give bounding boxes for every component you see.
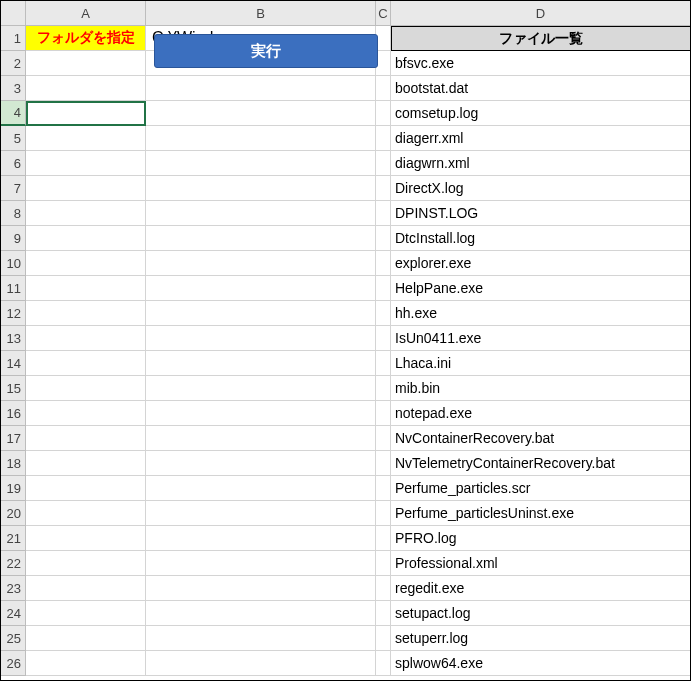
cell-C2[interactable] [376,51,391,76]
row-header-26[interactable]: 26 [1,651,26,676]
cell-A14[interactable] [26,351,146,376]
cell-D5[interactable]: diagerr.xml [391,126,691,151]
cell-D17[interactable]: NvContainerRecovery.bat [391,426,691,451]
cell-C19[interactable] [376,476,391,501]
row-header-11[interactable]: 11 [1,276,26,301]
cell-A1[interactable]: フォルダを指定 [26,26,146,51]
cell-A23[interactable] [26,576,146,601]
cell-C14[interactable] [376,351,391,376]
cell-A10[interactable] [26,251,146,276]
cell-B6[interactable] [146,151,376,176]
cell-C23[interactable] [376,576,391,601]
cell-A26[interactable] [26,651,146,676]
cell-B25[interactable] [146,626,376,651]
cell-C24[interactable] [376,601,391,626]
row-header-16[interactable]: 16 [1,401,26,426]
cell-D21[interactable]: PFRO.log [391,526,691,551]
cell-B14[interactable] [146,351,376,376]
cell-D14[interactable]: Lhaca.ini [391,351,691,376]
cell-B22[interactable] [146,551,376,576]
cell-C22[interactable] [376,551,391,576]
cell-A17[interactable] [26,426,146,451]
cell-C26[interactable] [376,651,391,676]
cell-D19[interactable]: Perfume_particles.scr [391,476,691,501]
cell-B11[interactable] [146,276,376,301]
cell-C10[interactable] [376,251,391,276]
row-header-13[interactable]: 13 [1,326,26,351]
cell-C17[interactable] [376,426,391,451]
cell-D1[interactable]: ファイル一覧 [391,26,691,51]
row-header-21[interactable]: 21 [1,526,26,551]
row-header-14[interactable]: 14 [1,351,26,376]
row-header-2[interactable]: 2 [1,51,26,76]
cell-A21[interactable] [26,526,146,551]
cell-C6[interactable] [376,151,391,176]
cell-D7[interactable]: DirectX.log [391,176,691,201]
cell-C11[interactable] [376,276,391,301]
cell-D20[interactable]: Perfume_particlesUninst.exe [391,501,691,526]
cell-B7[interactable] [146,176,376,201]
cell-D10[interactable]: explorer.exe [391,251,691,276]
row-header-15[interactable]: 15 [1,376,26,401]
cell-B15[interactable] [146,376,376,401]
cell-B17[interactable] [146,426,376,451]
cell-C13[interactable] [376,326,391,351]
cell-D2[interactable]: bfsvc.exe [391,51,691,76]
cell-B16[interactable] [146,401,376,426]
row-header-22[interactable]: 22 [1,551,26,576]
cell-C16[interactable] [376,401,391,426]
cell-A18[interactable] [26,451,146,476]
cell-D12[interactable]: hh.exe [391,301,691,326]
cell-B4[interactable] [146,101,376,126]
cell-A11[interactable] [26,276,146,301]
row-header-10[interactable]: 10 [1,251,26,276]
row-header-19[interactable]: 19 [1,476,26,501]
cell-A15[interactable] [26,376,146,401]
column-header-C[interactable]: C [376,1,391,26]
cell-D4[interactable]: comsetup.log [391,101,691,126]
execute-button[interactable]: 実行 [154,34,378,68]
cell-D9[interactable]: DtcInstall.log [391,226,691,251]
cell-C8[interactable] [376,201,391,226]
cell-D13[interactable]: IsUn0411.exe [391,326,691,351]
cell-D24[interactable]: setupact.log [391,601,691,626]
cell-A20[interactable] [26,501,146,526]
cell-A24[interactable] [26,601,146,626]
row-header-5[interactable]: 5 [1,126,26,151]
cell-A16[interactable] [26,401,146,426]
cell-A4[interactable] [26,101,146,126]
cell-B3[interactable] [146,76,376,101]
cell-D6[interactable]: diagwrn.xml [391,151,691,176]
cell-B5[interactable] [146,126,376,151]
cell-C3[interactable] [376,76,391,101]
cell-A25[interactable] [26,626,146,651]
cell-D22[interactable]: Professional.xml [391,551,691,576]
row-header-9[interactable]: 9 [1,226,26,251]
cell-B8[interactable] [146,201,376,226]
cell-B20[interactable] [146,501,376,526]
cell-B18[interactable] [146,451,376,476]
row-header-24[interactable]: 24 [1,601,26,626]
cell-A9[interactable] [26,226,146,251]
cell-C5[interactable] [376,126,391,151]
row-header-18[interactable]: 18 [1,451,26,476]
cell-A12[interactable] [26,301,146,326]
row-header-12[interactable]: 12 [1,301,26,326]
cell-B23[interactable] [146,576,376,601]
cell-A3[interactable] [26,76,146,101]
cell-A6[interactable] [26,151,146,176]
cell-C15[interactable] [376,376,391,401]
column-header-D[interactable]: D [391,1,691,26]
cell-C7[interactable] [376,176,391,201]
row-header-25[interactable]: 25 [1,626,26,651]
cell-C25[interactable] [376,626,391,651]
cell-A19[interactable] [26,476,146,501]
cell-A13[interactable] [26,326,146,351]
column-header-A[interactable]: A [26,1,146,26]
row-header-4[interactable]: 4 [1,101,26,126]
cell-D26[interactable]: splwow64.exe [391,651,691,676]
cell-C4[interactable] [376,101,391,126]
cell-D15[interactable]: mib.bin [391,376,691,401]
row-header-17[interactable]: 17 [1,426,26,451]
cell-B19[interactable] [146,476,376,501]
